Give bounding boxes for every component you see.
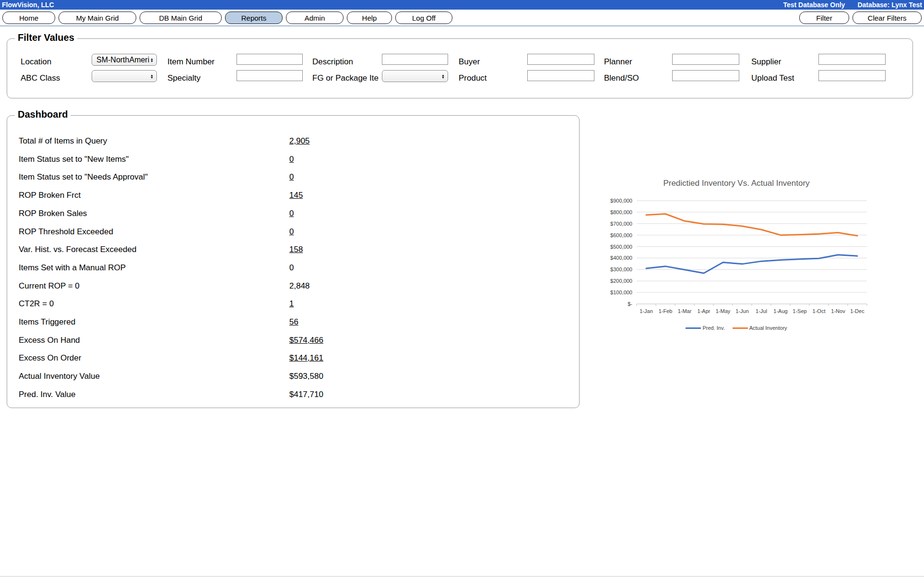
svg-text:$700,000: $700,000 — [610, 221, 632, 227]
dashboard-legend: Dashboard — [15, 109, 71, 120]
filter-values-legend: Filter Values — [15, 32, 77, 43]
location-select-value: SM-NorthAmerica — [92, 56, 149, 64]
updown-arrows-icon: ▲▼ — [440, 74, 448, 79]
location-label: Location — [21, 57, 89, 67]
blend-so-label: Blend/SO — [604, 73, 669, 83]
metric-value-item-status-set-to-needs-approval[interactable]: 0 — [289, 172, 294, 182]
buyer-input[interactable] — [527, 54, 594, 65]
svg-text:1-Nov: 1-Nov — [831, 308, 845, 314]
metric-label-items-set-with-a-manual-rop: Items Set with a Manual ROP — [19, 263, 126, 273]
pred-inv-line — [646, 255, 857, 273]
legend-item-actual-inventory: Actual Inventory — [733, 325, 787, 331]
metric-value-var-hist-vs-forecast-exceeded[interactable]: 158 — [289, 245, 303, 254]
svg-text:$-: $- — [628, 301, 632, 307]
svg-text:$300,000: $300,000 — [610, 266, 632, 272]
metric-value-total-of-items-in-query[interactable]: 2,905 — [289, 136, 310, 146]
blend-so-input[interactable] — [672, 70, 739, 81]
nav-divider — [0, 25, 924, 26]
filter-button[interactable]: Filter — [799, 12, 849, 24]
product-label: Product — [459, 73, 524, 83]
fg-or-package-item-select[interactable]: ▲▼ — [382, 70, 448, 82]
svg-text:1-Feb: 1-Feb — [659, 308, 673, 314]
metric-value-actual-inventory-value: $593,580 — [289, 372, 323, 381]
chart-plot: $-$100,000$200,000$300,000$400,000$500,0… — [590, 194, 883, 316]
svg-text:$800,000: $800,000 — [610, 209, 632, 215]
specialty-input[interactable] — [237, 70, 303, 81]
my-main-grid-button[interactable]: My Main Grid — [59, 12, 136, 24]
description-input[interactable] — [382, 54, 448, 65]
svg-text:1-Jul: 1-Jul — [756, 308, 767, 314]
upload-test-input[interactable] — [818, 70, 886, 81]
abc-class-select[interactable]: ▲▼ — [92, 70, 157, 82]
metric-label-rop-broken-frct: ROP Broken Frct — [19, 191, 81, 200]
metric-value-ct2r-0[interactable]: 1 — [289, 299, 294, 309]
metric-label-var-hist-vs-forecast-exceeded: Var. Hist. vs. Forecast Exceeded — [19, 245, 136, 254]
inventory-chart: Predictied Inventory Vs. Actual Inventor… — [590, 176, 883, 339]
reports-button[interactable]: Reports — [225, 12, 283, 24]
home-button[interactable]: Home — [2, 12, 55, 24]
env-label: Test Database Only — [783, 1, 845, 9]
metric-value-excess-on-order[interactable]: $144,161 — [289, 353, 323, 363]
updown-arrows-icon: ▲▼ — [149, 74, 156, 79]
admin-button[interactable]: Admin — [286, 12, 344, 24]
product-input[interactable] — [527, 70, 594, 81]
svg-text:1-Apr: 1-Apr — [698, 308, 711, 314]
planner-input[interactable] — [672, 54, 739, 65]
specialty-label: Specialty — [167, 73, 234, 83]
metric-label-items-triggered: Items Triggered — [19, 317, 75, 327]
svg-text:1-Mar: 1-Mar — [678, 308, 692, 314]
svg-text:$900,000: $900,000 — [610, 198, 632, 204]
metric-label-rop-threshold-exceeded: ROP Threshold Exceeded — [19, 227, 113, 237]
svg-text:$100,000: $100,000 — [610, 290, 632, 295]
nav-right-group: FilterClear Filters — [799, 12, 922, 24]
metric-value-rop-broken-sales[interactable]: 0 — [289, 209, 294, 218]
svg-text:1-Sep: 1-Sep — [793, 308, 806, 314]
upload-test-label: Upload Test — [751, 73, 816, 83]
svg-text:$500,000: $500,000 — [610, 244, 632, 250]
nav-left-group: HomeMy Main GridDB Main GridReportsAdmin… — [2, 12, 452, 24]
metric-value-items-set-with-a-manual-rop: 0 — [289, 263, 294, 273]
metric-value-rop-broken-frct[interactable]: 145 — [289, 191, 303, 200]
metric-label-ct2r-0: CT2R = 0 — [19, 299, 54, 309]
svg-text:$600,000: $600,000 — [610, 232, 632, 238]
svg-text:1-Dec: 1-Dec — [850, 308, 865, 314]
chart-legend: Pred. Inv. Actual Inventory — [590, 325, 883, 331]
metric-label-excess-on-hand: Excess On Hand — [19, 336, 80, 345]
metric-value-current-rop-0: 2,848 — [289, 281, 310, 291]
legend-label-pred-inv: Pred. Inv. — [702, 325, 724, 331]
help-button[interactable]: Help — [347, 12, 392, 24]
log-off-button[interactable]: Log Off — [395, 12, 452, 24]
metric-value-pred-inv-value: $417,710 — [289, 390, 323, 399]
actual-inventory-line — [646, 214, 857, 236]
metric-value-item-status-set-to-new-items[interactable]: 0 — [289, 155, 294, 164]
supplier-input[interactable] — [818, 54, 886, 65]
fg-or-package-item-label: FG or Package Item — [312, 73, 379, 83]
supplier-label: Supplier — [751, 57, 816, 67]
metric-label-total-of-items-in-query: Total # of Items in Query — [19, 136, 107, 146]
abc-class-label: ABC Class — [21, 73, 89, 83]
topbar-right: Test Database Only Database: Lynx Test — [783, 1, 922, 9]
item-number-input[interactable] — [237, 54, 303, 65]
item-number-label: Item Number — [167, 57, 234, 67]
db-main-grid-button[interactable]: DB Main Grid — [140, 12, 222, 24]
legend-label-actual-inventory: Actual Inventory — [749, 325, 787, 331]
metric-value-rop-threshold-exceeded[interactable]: 0 — [289, 227, 294, 237]
svg-text:1-Jan: 1-Jan — [640, 308, 653, 314]
db-label: Database: Lynx Test — [857, 1, 922, 9]
svg-text:1-May: 1-May — [716, 308, 731, 314]
svg-text:1-Aug: 1-Aug — [773, 308, 787, 314]
clear-filters-button[interactable]: Clear Filters — [853, 12, 922, 24]
svg-text:$200,000: $200,000 — [610, 278, 632, 284]
metric-label-excess-on-order: Excess On Order — [19, 353, 81, 363]
actual-inventory-line-swatch — [733, 327, 748, 329]
metric-label-rop-broken-sales: ROP Broken Sales — [19, 209, 87, 218]
metric-label-item-status-set-to-needs-approval: Item Status set to "Needs Approval" — [19, 172, 148, 182]
location-select[interactable]: SM-NorthAmerica▲▼ — [92, 54, 157, 66]
metric-value-items-triggered[interactable]: 56 — [289, 317, 298, 327]
filter-values-panel: Filter Values LocationSM-NorthAmerica▲▼I… — [7, 38, 913, 98]
metric-label-item-status-set-to-new-items: Item Status set to "New Items" — [19, 155, 129, 164]
bottom-divider — [0, 576, 924, 577]
description-label: Description — [312, 57, 379, 67]
metric-value-excess-on-hand[interactable]: $574,466 — [289, 336, 323, 345]
app-title: FlowVision, LLC — [2, 1, 54, 9]
